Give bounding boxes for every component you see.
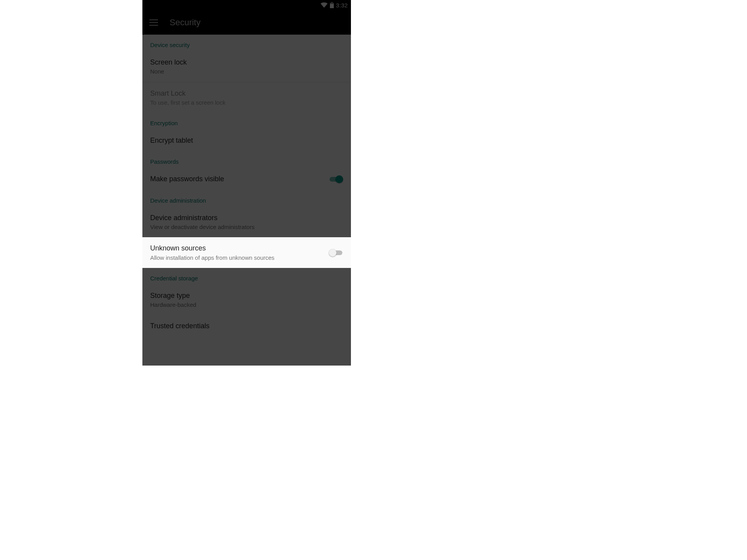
setting-subtitle: To use, first set a screen lock (150, 99, 343, 107)
setting-title: Trusted credentials (150, 321, 343, 331)
svg-rect-0 (331, 2, 333, 3)
setting-unknown_sources[interactable]: Unknown sourcesAllow installation of app… (142, 237, 351, 268)
app-bar: Security (142, 10, 351, 35)
page-title: Security (170, 18, 200, 28)
device-frame: 3:32 Security Device securityScreen lock… (142, 0, 351, 366)
setting-make_passwords_visible[interactable]: Make passwords visible (142, 168, 351, 190)
setting-subtitle: Allow installation of apps from unknown … (150, 254, 322, 262)
setting-subtitle: Hardware-backed (150, 301, 343, 309)
setting-title: Smart Lock (150, 89, 343, 98)
setting-trusted_credentials[interactable]: Trusted credentials (142, 315, 351, 337)
setting-device_admins[interactable]: Device administratorsView or deactivate … (142, 207, 351, 238)
setting-title: Device administrators (150, 213, 343, 222)
setting-storage_type[interactable]: Storage typeHardware-backed (142, 285, 351, 315)
setting-encrypt_tablet[interactable]: Encrypt tablet (142, 130, 351, 151)
wifi-icon (321, 2, 328, 8)
menu-icon[interactable] (149, 19, 158, 26)
setting-subtitle: View or deactivate device administrators (150, 223, 343, 231)
setting-title: Encrypt tablet (150, 136, 343, 145)
section-header: Device administration (142, 190, 351, 207)
svg-rect-2 (330, 4, 334, 8)
section-header: Passwords (142, 151, 351, 168)
section-header: Credential storage (142, 268, 351, 285)
battery-icon (330, 2, 334, 8)
section-header: Encryption (142, 113, 351, 130)
setting-title: Screen lock (150, 58, 343, 67)
section-header: Device security (142, 35, 351, 51)
setting-title: Storage type (150, 291, 343, 300)
toggle-make_passwords_visible[interactable] (329, 175, 343, 183)
setting-screen_lock[interactable]: Screen lockNone (142, 51, 351, 82)
status-clock: 3:32 (336, 2, 348, 9)
setting-smart_lock: Smart LockTo use, first set a screen loc… (142, 82, 351, 113)
setting-title: Unknown sources (150, 243, 322, 253)
setting-title: Make passwords visible (150, 174, 322, 184)
toggle-unknown_sources[interactable] (329, 249, 343, 257)
settings-list[interactable]: Device securityScreen lockNoneSmart Lock… (142, 35, 351, 337)
status-bar: 3:32 (142, 0, 351, 10)
setting-subtitle: None (150, 68, 343, 75)
